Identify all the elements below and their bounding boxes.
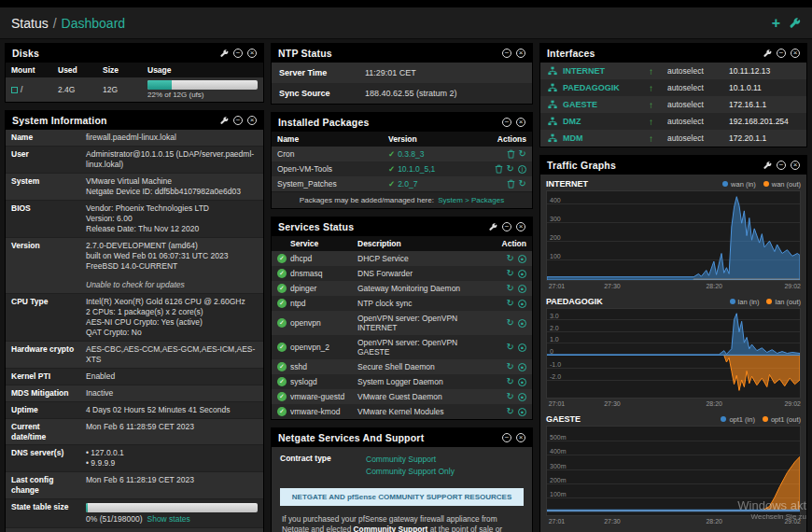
packages-link[interactable]: System > Packages	[438, 196, 504, 204]
restart-service-icon[interactable]: ↻	[507, 299, 514, 308]
col-header-service: Service	[277, 239, 357, 248]
restart-service-icon[interactable]: ↻	[507, 254, 514, 263]
service-description: System Logger Daemon	[357, 377, 487, 386]
interface-name[interactable]: MDM	[563, 133, 649, 143]
stop-service-icon[interactable]: ■	[518, 270, 526, 278]
system-info-label: CPU Type	[6, 294, 80, 341]
minimize-icon[interactable]: −	[777, 161, 786, 170]
x-axis-label: 27:01	[549, 400, 566, 407]
trash-icon[interactable]	[495, 164, 503, 174]
stop-service-icon[interactable]: ■	[518, 343, 526, 352]
interface-ip: 192.168.201.254	[729, 117, 799, 126]
interface-name[interactable]: GAESTE	[563, 100, 649, 109]
minimize-icon[interactable]: −	[233, 49, 243, 58]
stop-service-icon[interactable]: ■	[518, 255, 526, 263]
close-icon[interactable]: ×	[791, 161, 800, 170]
interface-name[interactable]: PAEDAGOGIK	[563, 83, 649, 92]
link-up-icon: ↑	[649, 66, 667, 77]
breadcrumb-page[interactable]: Dashboard	[62, 16, 126, 31]
service-description: NTP clock sync	[357, 299, 487, 308]
minimize-icon[interactable]: −	[502, 118, 511, 127]
wrench-icon[interactable]	[489, 223, 497, 231]
system-info-text: Mon Feb 6 11:28:19 CET 2023	[86, 475, 258, 485]
minimize-icon[interactable]: −	[777, 49, 786, 58]
service-description: DNS Forwarder	[357, 269, 487, 278]
restart-service-icon[interactable]: ↻	[507, 407, 514, 416]
contract-type-value[interactable]: Community Support	[366, 454, 455, 466]
reinstall-icon[interactable]: ↻	[507, 164, 514, 174]
interface-ip: 172.16.1.1	[729, 100, 799, 109]
restart-service-icon[interactable]: ↻	[507, 377, 514, 386]
stop-service-icon[interactable]: ■	[518, 378, 526, 386]
y-axis-label: -1.0	[550, 360, 561, 367]
system-information-panel: System Information − × Namefirewall.paed…	[5, 110, 264, 532]
legend-label-in: wan (in)	[731, 180, 756, 189]
trash-icon[interactable]	[507, 149, 515, 159]
wrench-icon[interactable]	[763, 161, 772, 170]
panel-title-traffic-graphs: Traffic Graphs	[547, 160, 616, 171]
service-running-icon: ✓	[277, 269, 287, 278]
stop-service-icon[interactable]: ■	[518, 363, 526, 371]
contract-type-label: Contract type	[280, 454, 366, 478]
restart-service-icon[interactable]: ↻	[507, 318, 514, 328]
minimize-icon[interactable]: −	[502, 433, 511, 442]
interface-name[interactable]: INTERNET	[563, 66, 649, 76]
y-axis-label: 300	[550, 216, 561, 222]
check-icon: ✓	[388, 149, 395, 159]
close-icon[interactable]: ×	[516, 433, 525, 442]
system-info-row: CPU TypeIntel(R) Xeon(R) Gold 6126 CPU @…	[6, 294, 263, 342]
package-row: System_Patches ✓2.0_7 ↻ i	[272, 176, 532, 191]
stop-service-icon[interactable]: ■	[518, 300, 526, 308]
minimize-icon[interactable]: −	[502, 222, 511, 231]
stop-service-icon[interactable]: ■	[518, 319, 526, 328]
system-info-label: Kernel PTI	[6, 369, 80, 385]
restart-service-icon[interactable]: ↻	[507, 343, 514, 352]
wrench-icon[interactable]	[763, 49, 772, 58]
package-name: Open-VM-Tools	[277, 164, 388, 174]
system-info-text: built on Wed Feb 01 06:07:31 UTC 2023	[86, 251, 258, 261]
wrench-icon[interactable]	[790, 18, 801, 29]
system-info-text: QAT Crypto: No	[86, 328, 258, 338]
system-info-row: DNS server(s)• 127.0.0.1• 9.9.9.9	[6, 445, 263, 472]
wrench-icon[interactable]	[220, 117, 229, 125]
stop-service-icon[interactable]: ■	[518, 393, 526, 401]
network-icon	[548, 133, 563, 143]
stop-service-icon[interactable]: ■	[518, 408, 526, 416]
interface-name[interactable]: DMZ	[563, 117, 649, 126]
restart-service-icon[interactable]: ↻	[507, 362, 514, 371]
close-icon[interactable]: ×	[516, 118, 525, 127]
link-up-icon: ↑	[649, 133, 667, 144]
link-up-icon: ↑	[649, 83, 667, 93]
panel-title-services: Services Status	[278, 221, 354, 232]
info-icon[interactable]: i	[518, 165, 526, 174]
interface-row: INTERNET ↑ autoselect 10.11.12.13	[540, 63, 806, 79]
traffic-graphs-body: INTERNETwan (in)wan (out)40030020010027:…	[540, 175, 806, 532]
service-running-icon: ✓	[277, 254, 287, 263]
restart-service-icon[interactable]: ↻	[507, 269, 514, 278]
close-icon[interactable]: ×	[516, 222, 525, 231]
show-states-link[interactable]: Show states	[147, 514, 190, 524]
trash-icon[interactable]	[507, 179, 515, 189]
service-description: DHCP Service	[357, 254, 487, 263]
reinstall-icon[interactable]: ↻	[519, 179, 526, 189]
close-icon[interactable]: ×	[247, 116, 257, 125]
close-icon[interactable]: ×	[247, 49, 257, 58]
minimize-icon[interactable]: −	[502, 49, 511, 58]
col-header-description: Description	[357, 239, 487, 248]
stop-service-icon[interactable]: ■	[518, 285, 526, 293]
restart-service-icon[interactable]: ↻	[507, 392, 514, 401]
minimize-icon[interactable]: −	[233, 116, 243, 125]
close-icon[interactable]: ×	[791, 49, 800, 58]
restart-service-icon[interactable]: ↻	[507, 284, 514, 293]
package-version: 0.3.8_3	[398, 149, 424, 159]
system-info-row: Version2.7.0-DEVELOPMENT (amd64)built on…	[6, 238, 263, 293]
reinstall-icon[interactable]: ↻	[519, 149, 526, 159]
service-row: ✓ dhcpd DHCP Service ↻ ■	[272, 251, 532, 266]
contract-type-value-2[interactable]: Community Support Only	[366, 466, 455, 478]
system-info-text: Mon Feb 6 11:28:59 CET 2023	[86, 422, 258, 432]
y-axis-label: 200	[550, 234, 561, 241]
wrench-icon[interactable]	[220, 49, 229, 58]
add-widget-icon[interactable]: +	[772, 17, 780, 30]
system-info-text: AES-NI CPU Crypto: Yes (active)	[86, 317, 258, 328]
close-icon[interactable]: ×	[516, 49, 525, 58]
